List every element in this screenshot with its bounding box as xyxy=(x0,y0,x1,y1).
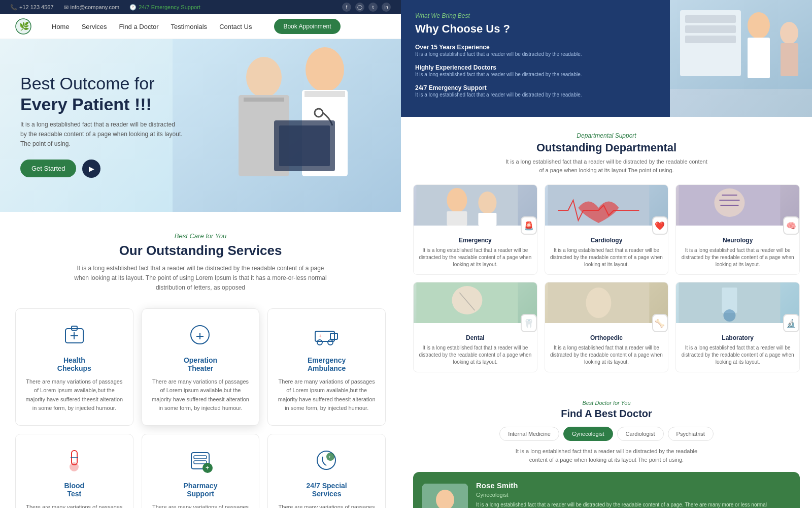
service-blood-test: BloodTest There are many variations of p… xyxy=(15,434,133,508)
services-grid-row2: BloodTest There are many variations of p… xyxy=(15,434,386,508)
facebook-icon[interactable]: f xyxy=(342,3,351,12)
why-item-2-title: 24/7 Emergency Support xyxy=(415,84,656,91)
why-item-1: Highly Experienced Doctors It is a long … xyxy=(415,64,656,78)
dept-card-dental[interactable]: 🦷 Dental It is a long established fact t… xyxy=(413,282,537,372)
nav-find-doctor[interactable]: Find a Doctor xyxy=(119,23,159,30)
why-content: What We Bring Best Why Choose Us ? Over … xyxy=(401,0,670,117)
emergency-contact: 🕐 24/7 Emergency Support xyxy=(129,4,200,11)
featured-doctor-info: Rose Smith Gynecologist It is a long est… xyxy=(476,481,791,508)
navigation: 🌿 Home Services Find a Doctor Testimonia… xyxy=(0,14,401,39)
dept-neurology-icon: 🧠 xyxy=(783,216,799,235)
svg-rect-5 xyxy=(244,98,284,102)
svg-rect-40 xyxy=(781,43,798,76)
dept-orthopedic-text: It is a long established fact that a rea… xyxy=(545,344,668,372)
service-health-checkups: HealthCheckups There are many variations… xyxy=(15,308,133,426)
hero-buttons: Get Started ▶ xyxy=(20,160,183,178)
services-section-desc: It is a long established fact that a rea… xyxy=(74,264,327,293)
services-section-title: Our Outstanding Services xyxy=(15,243,386,259)
why-item-1-desc: It is a long established fact that a rea… xyxy=(415,71,656,78)
dept-card-emergency[interactable]: 🚨 Emergency It is a long established fac… xyxy=(413,184,537,275)
svg-text:🌿: 🌿 xyxy=(19,21,29,31)
emergency-text: 24/7 Emergency Support xyxy=(139,4,200,10)
dept-laboratory-text: It is a long established fact that a rea… xyxy=(676,344,799,372)
svg-rect-29 xyxy=(194,456,207,459)
svg-rect-47 xyxy=(447,211,467,226)
svg-point-6 xyxy=(306,47,344,92)
nav-home[interactable]: Home xyxy=(52,23,70,30)
dept-orthopedic-icon: 🦴 xyxy=(652,314,668,332)
hero-title: Best Outcome for Every Patient !!! xyxy=(20,73,183,115)
nav-links: Home Services Find a Doctor Testimonials… xyxy=(52,19,341,34)
tab-gynecologist[interactable]: Gynecologist xyxy=(563,427,613,441)
dept-emergency-icon: 🚨 xyxy=(521,216,537,235)
featured-doctor-name: Rose Smith xyxy=(476,481,791,490)
blood-test-name: BloodTest xyxy=(24,482,125,498)
hero-description: It is a long established fact that a rea… xyxy=(20,120,183,149)
tab-cardiologist[interactable]: Cardiologist xyxy=(617,427,664,441)
why-item-2-desc: It is a long established fact that a rea… xyxy=(415,91,656,99)
dept-section-label: Departmental Support xyxy=(413,132,800,139)
departments-grid-row2: 🦷 Dental It is a long established fact t… xyxy=(413,282,800,372)
linkedin-icon[interactable]: in xyxy=(382,3,391,12)
svg-point-57 xyxy=(452,286,482,314)
dept-cardiology-text: It is a long established fact that a rea… xyxy=(545,247,668,274)
phone-contact: 📞 +12 123 4567 xyxy=(10,4,54,11)
svg-rect-11 xyxy=(279,125,330,166)
twitter-icon[interactable]: t xyxy=(368,3,378,12)
dept-card-cardiology[interactable]: ❤️ Cardiology It is a long established f… xyxy=(545,184,669,275)
phone-icon: 📞 xyxy=(10,4,17,11)
right-panel: What We Bring Best Why Choose Us ? Over … xyxy=(401,0,812,508)
logo[interactable]: 🌿 xyxy=(15,18,31,35)
tab-psychiatrist[interactable]: Psychiatrist xyxy=(668,427,714,441)
svg-point-52 xyxy=(715,188,745,217)
hero-section: Best Outcome for Every Patient !!! It is… xyxy=(0,39,401,212)
dept-neurology-name: Neurology xyxy=(676,237,799,244)
svg-point-48 xyxy=(478,192,496,214)
dept-section-title: Outstanding Departmental xyxy=(413,141,800,154)
instagram-icon[interactable]: ◯ xyxy=(355,3,364,12)
top-bar: 📞 +12 123 4567 ✉ info@company.com 🕐 24/7… xyxy=(0,0,401,14)
dept-neurology-image: 🧠 xyxy=(676,185,799,226)
svg-rect-43 xyxy=(685,25,736,33)
nav-testimonials[interactable]: Testimonials xyxy=(171,23,208,30)
dept-section-desc: It is a long established fact that a rea… xyxy=(505,157,708,174)
svg-text:+: + xyxy=(206,464,209,471)
nav-services[interactable]: Services xyxy=(82,23,107,30)
svg-rect-62 xyxy=(722,288,737,313)
blood-test-icon xyxy=(60,447,88,474)
emergency-icon: 🕐 xyxy=(129,4,137,11)
phone-number: +12 123 4567 xyxy=(19,4,54,10)
dept-dental-icon: 🦷 xyxy=(521,314,537,332)
email-address: info@company.com xyxy=(71,4,120,10)
health-checkups-icon xyxy=(60,321,88,349)
dept-emergency-image: 🚨 xyxy=(414,185,537,226)
get-started-button[interactable]: Get Started xyxy=(20,160,76,177)
dept-cardiology-image: ❤️ xyxy=(545,185,668,226)
services-grid-row1: HealthCheckups There are many variations… xyxy=(15,308,386,426)
svg-rect-38 xyxy=(748,38,770,78)
pharmacy-support-text: There are many variations of passages of… xyxy=(150,503,251,508)
book-appointment-button[interactable]: Book Appoinment xyxy=(274,19,340,34)
why-choose-section: What We Bring Best Why Choose Us ? Over … xyxy=(401,0,812,117)
svg-point-39 xyxy=(780,22,798,44)
dept-dental-image: 🦷 xyxy=(414,282,537,323)
dept-card-neurology[interactable]: 🧠 Neurology It is a long established fac… xyxy=(675,184,800,275)
nav-contact[interactable]: Contact Us xyxy=(219,23,252,30)
play-button[interactable]: ▶ xyxy=(82,160,100,178)
operation-theater-name: OperationTheater xyxy=(150,356,251,372)
why-illustration xyxy=(670,0,812,89)
featured-doctor-desc: It is a long established fact that a rea… xyxy=(476,501,791,508)
svg-text:+: + xyxy=(319,333,322,339)
dept-card-laboratory[interactable]: 🔬 Laboratory It is a long established fa… xyxy=(675,282,800,372)
services-section-label: Best Care for You xyxy=(15,232,386,240)
departments-section: Departmental Support Outstanding Departm… xyxy=(401,117,812,388)
blood-test-text: There are many variations of passages of… xyxy=(24,503,125,508)
emergency-ambulance-name: EmergencyAmbulance xyxy=(276,356,377,372)
hero-illustration xyxy=(173,39,401,212)
why-item-1-title: Highly Experienced Doctors xyxy=(415,64,656,71)
dept-cardiology-name: Cardiology xyxy=(545,237,668,244)
dept-card-orthopedic[interactable]: 🦴 Orthopedic It is a long established fa… xyxy=(545,282,669,372)
pharmacy-support-name: PharmacySupport xyxy=(150,482,251,498)
tab-internal-medicine[interactable]: Internal Medicine xyxy=(499,427,559,441)
health-checkups-name: HealthCheckups xyxy=(24,356,125,372)
